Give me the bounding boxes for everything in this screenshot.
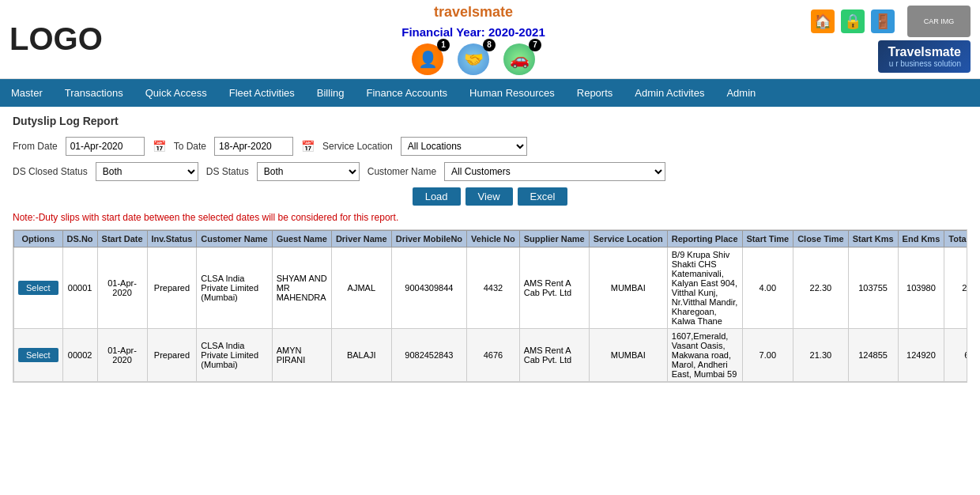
handshake-badge: 8 [483, 39, 496, 51]
filter-row-1: From Date 📅 To Date 📅 Service Location A… [13, 137, 967, 156]
cell-start-date: 01-Apr-2020 [97, 248, 147, 329]
col-supplier-name: Supplier Name [519, 231, 589, 248]
cell-end-kms: 124920 [898, 329, 944, 382]
car-badge: 7 [529, 39, 541, 51]
person-badge: 1 [437, 39, 450, 51]
report-table: Options DS.No Start Date Inv.Status Cust… [13, 230, 967, 382]
view-button[interactable]: View [466, 187, 513, 206]
customer-name-label: Customer Name [368, 166, 436, 177]
nav-human-resources[interactable]: Human Resources [458, 79, 566, 107]
nav-transactions[interactable]: Transactions [54, 79, 134, 107]
cell-guest-name: SHYAM AND MR MAHENDRA [272, 248, 331, 329]
select-button[interactable]: Select [18, 348, 58, 362]
col-start-time: Start Time [742, 231, 793, 248]
cell-reporting-place: B/9 Krupa Shiv Shakti CHS Katemanivali, … [667, 248, 742, 329]
nav-finance-accounts[interactable]: Finance Accounts [355, 79, 458, 107]
cell-total-kms: 65 [944, 329, 967, 382]
cell-customer-name: CLSA India Private Limited (Mumbai) [197, 248, 272, 329]
nav-master[interactable]: Master [0, 79, 54, 107]
lock-icon[interactable]: 🔒 [841, 9, 865, 33]
table-row: Select0000101-Apr-2020PreparedCLSA India… [14, 248, 968, 329]
cell-driver-mobile: 9082452843 [391, 329, 466, 382]
cell-dsno: 00002 [62, 329, 97, 382]
note-text: Note:-Duty slips with start date between… [13, 212, 967, 223]
col-inv-status: Inv.Status [147, 231, 197, 248]
report-title: Dutyslip Log Report [13, 115, 967, 127]
table-wrap: Options DS.No Start Date Inv.Status Cust… [13, 229, 967, 383]
cell-inv-status: Prepared [147, 248, 197, 329]
col-start-date: Start Date [97, 231, 147, 248]
header: LOGO travelsmate Financial Year: 2020-20… [0, 0, 980, 79]
top-icons: 🏠 🔒 🚪 CAR IMG [811, 6, 971, 37]
col-customer-name: Customer Name [197, 231, 272, 248]
table-header-row: Options DS.No Start Date Inv.Status Cust… [14, 231, 968, 248]
col-start-kms: Start Kms [848, 231, 898, 248]
header-right: 🏠 🔒 🚪 CAR IMG Travelsmate u r business s… [811, 6, 971, 73]
customer-name-select[interactable]: All Customers [444, 162, 665, 181]
nav-billing[interactable]: Billing [306, 79, 356, 107]
cell-vehicle-no: 4432 [467, 248, 520, 329]
cell-driver-name: AJMAL [331, 248, 391, 329]
col-dsno: DS.No [62, 231, 97, 248]
cell-close-time: 21.30 [793, 329, 849, 382]
handshake-badge-wrap: 8 🤝 [458, 43, 489, 75]
navbar: Master Transactions Quick Access Fleet A… [0, 79, 980, 107]
travelsmate-sub: u r business solution [888, 59, 961, 68]
table-row: Select0000201-Apr-2020PreparedCLSA India… [14, 329, 968, 382]
cell-total-kms: 225 [944, 248, 967, 329]
cell-start-time: 7.00 [742, 329, 793, 382]
icon-badges: 1 👤 8 🤝 7 🚗 [412, 43, 535, 75]
cell-service-location: MUMBAI [589, 329, 667, 382]
cell-start-kms: 103755 [848, 248, 898, 329]
col-end-kms: End Kms [898, 231, 944, 248]
cell-dsno: 00001 [62, 248, 97, 329]
col-close-time: Close Time [793, 231, 849, 248]
travelsmate-logo: Travelsmate u r business solution [878, 40, 971, 73]
cell-select: Select [14, 329, 63, 382]
to-date-label: To Date [174, 141, 206, 152]
travelsmate-title: Travelsmate [888, 45, 961, 59]
to-date-calendar-button[interactable]: 📅 [301, 140, 315, 153]
cell-start-time: 4.00 [742, 248, 793, 329]
ds-closed-status-label: DS Closed Status [13, 166, 88, 177]
brand-name: travelsmate [434, 4, 513, 21]
select-button[interactable]: Select [18, 281, 58, 295]
service-location-select[interactable]: All Locations [401, 137, 527, 156]
cell-end-kms: 103980 [898, 248, 944, 329]
cell-driver-mobile: 9004309844 [391, 248, 466, 329]
nav-admin-activites[interactable]: Admin Activites [624, 79, 715, 107]
col-reporting-place: Reporting Place [667, 231, 742, 248]
to-date-input[interactable] [214, 137, 293, 156]
cell-service-location: MUMBAI [589, 248, 667, 329]
excel-button[interactable]: Excel [518, 187, 568, 206]
ds-status-select[interactable]: Both [257, 162, 360, 181]
filter-row-2: DS Closed Status Both DS Status Both Cus… [13, 162, 967, 181]
person-badge-wrap: 1 👤 [412, 43, 443, 75]
ds-status-label: DS Status [206, 166, 249, 177]
load-button[interactable]: Load [413, 187, 461, 206]
col-options: Options [14, 231, 63, 248]
col-guest-name: Guest Name [272, 231, 331, 248]
from-date-calendar-button[interactable]: 📅 [153, 140, 166, 153]
cell-driver-name: BALAJI [331, 329, 391, 382]
nav-quick-access[interactable]: Quick Access [134, 79, 218, 107]
home-icon[interactable]: 🏠 [811, 9, 835, 33]
cell-start-date: 01-Apr-2020 [97, 329, 147, 382]
cell-guest-name: AMYN PIRANI [272, 329, 331, 382]
cell-select: Select [14, 248, 63, 329]
cell-inv-status: Prepared [147, 329, 197, 382]
exit-icon[interactable]: 🚪 [871, 9, 895, 33]
nav-fleet-activities[interactable]: Fleet Activities [218, 79, 306, 107]
action-row: Load View Excel [13, 187, 967, 206]
col-driver-mobile: Driver MobileNo [391, 231, 466, 248]
nav-admin[interactable]: Admin [715, 79, 767, 107]
from-date-input[interactable] [66, 137, 145, 156]
ds-closed-status-select[interactable]: Both [96, 162, 198, 181]
cell-vehicle-no: 4676 [467, 329, 520, 382]
col-vehicle-no: Vehicle No [467, 231, 520, 248]
from-date-label: From Date [13, 141, 58, 152]
cell-supplier-name: AMS Rent A Cab Pvt. Ltd [519, 248, 589, 329]
cell-supplier-name: AMS Rent A Cab Pvt. Ltd [519, 329, 589, 382]
nav-reports[interactable]: Reports [566, 79, 624, 107]
col-service-location: Service Location [589, 231, 667, 248]
